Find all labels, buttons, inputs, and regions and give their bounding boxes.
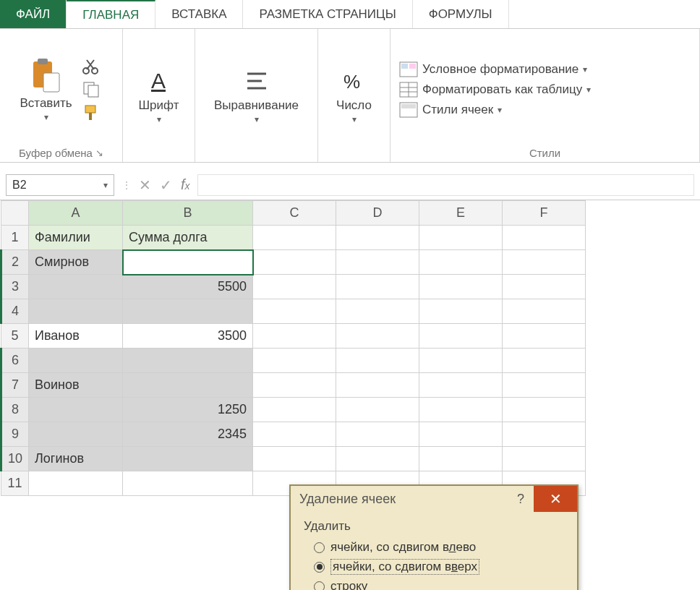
cell-B6[interactable] bbox=[123, 349, 253, 373]
cell-C4[interactable] bbox=[253, 299, 336, 324]
cell-E1[interactable] bbox=[419, 226, 503, 250]
cell-A5[interactable]: Иванов bbox=[29, 324, 123, 349]
number-button[interactable]: % Число ▾ bbox=[336, 67, 372, 124]
cell-C7[interactable] bbox=[253, 373, 336, 398]
cell-D5[interactable] bbox=[336, 324, 419, 349]
cell-D1[interactable] bbox=[336, 226, 419, 250]
cell-E8[interactable] bbox=[419, 398, 503, 422]
cell-B8[interactable]: 1250 bbox=[123, 398, 253, 422]
radio-shift-up[interactable]: ячейки, со сдвигом вверх bbox=[304, 557, 564, 577]
fx-icon[interactable]: fx bbox=[181, 176, 190, 193]
cell-F4[interactable] bbox=[503, 299, 586, 324]
cell-A10[interactable]: Логинов bbox=[29, 447, 123, 471]
cell-C6[interactable] bbox=[253, 349, 336, 373]
cell-E2[interactable] bbox=[419, 250, 503, 275]
cell-D9[interactable] bbox=[336, 422, 419, 447]
cell-B7[interactable] bbox=[123, 373, 253, 398]
cell-styles-button[interactable]: Стили ячеек▾ bbox=[399, 102, 502, 118]
cell-C10[interactable] bbox=[253, 447, 336, 471]
cell-D7[interactable] bbox=[336, 373, 419, 398]
row-header-11[interactable]: 11 bbox=[1, 471, 29, 496]
col-header-E[interactable]: E bbox=[419, 201, 503, 226]
row-header-3[interactable]: 3 bbox=[1, 275, 29, 299]
row-header-9[interactable]: 9 bbox=[1, 422, 29, 447]
chevron-down-icon[interactable]: ▾ bbox=[103, 180, 108, 190]
conditional-formatting-button[interactable]: Условное форматирование▾ bbox=[399, 61, 587, 77]
col-header-A[interactable]: A bbox=[29, 201, 123, 226]
col-header-B[interactable]: B bbox=[123, 201, 253, 226]
cell-A8[interactable] bbox=[29, 398, 123, 422]
cell-C2[interactable] bbox=[253, 250, 336, 275]
accept-formula-icon[interactable]: ✓ bbox=[160, 176, 172, 194]
cell-D2[interactable] bbox=[336, 250, 419, 275]
cell-F7[interactable] bbox=[503, 373, 586, 398]
cell-A2[interactable]: Смирнов bbox=[29, 250, 123, 275]
cell-E6[interactable] bbox=[419, 349, 503, 373]
cancel-formula-icon[interactable]: ✕ bbox=[139, 176, 151, 194]
tab-formulas[interactable]: ФОРМУЛЫ bbox=[413, 0, 509, 28]
cell-F2[interactable] bbox=[503, 250, 586, 275]
dialog-launcher-icon[interactable]: ↘ bbox=[95, 148, 103, 158]
row-header-8[interactable]: 8 bbox=[1, 398, 29, 422]
font-button[interactable]: A Шрифт ▾ bbox=[139, 67, 179, 124]
cell-A6[interactable] bbox=[29, 349, 123, 373]
format-painter-icon[interactable] bbox=[82, 104, 103, 121]
radio-shift-left[interactable]: ячейки, со сдвигом влево bbox=[304, 538, 564, 557]
row-header-10[interactable]: 10 bbox=[1, 447, 29, 471]
cell-E3[interactable] bbox=[419, 275, 503, 299]
cell-A11[interactable] bbox=[29, 471, 123, 496]
cell-D10[interactable] bbox=[336, 447, 419, 471]
cell-D6[interactable] bbox=[336, 349, 419, 373]
row-header-1[interactable]: 1 bbox=[1, 226, 29, 250]
cell-F10[interactable] bbox=[503, 447, 586, 471]
cell-A1[interactable]: Фамилии bbox=[29, 226, 123, 250]
cell-F5[interactable] bbox=[503, 324, 586, 349]
tab-insert[interactable]: ВСТАВКА bbox=[155, 0, 243, 28]
cell-F3[interactable] bbox=[503, 275, 586, 299]
radio-entire-row[interactable]: строку bbox=[304, 577, 564, 590]
cell-B4[interactable] bbox=[123, 299, 253, 324]
tab-file[interactable]: ФАЙЛ bbox=[0, 0, 67, 28]
cell-B1[interactable]: Сумма долга bbox=[123, 226, 253, 250]
copy-icon[interactable] bbox=[82, 81, 103, 98]
row-header-2[interactable]: 2 bbox=[1, 250, 29, 275]
paste-button[interactable]: Вставить ▾ bbox=[20, 57, 72, 122]
cell-C9[interactable] bbox=[253, 422, 336, 447]
cell-F1[interactable] bbox=[503, 226, 586, 250]
row-header-4[interactable]: 4 bbox=[1, 299, 29, 324]
row-header-6[interactable]: 6 bbox=[1, 349, 29, 373]
cell-B2[interactable] bbox=[123, 250, 253, 275]
cell-B9[interactable]: 2345 bbox=[123, 422, 253, 447]
name-box[interactable]: B2 ▾ bbox=[6, 174, 114, 196]
alignment-button[interactable]: Выравнивание ▾ bbox=[214, 67, 299, 124]
cell-D8[interactable] bbox=[336, 398, 419, 422]
cell-A3[interactable] bbox=[29, 275, 123, 299]
select-all[interactable] bbox=[1, 201, 29, 226]
cell-D4[interactable] bbox=[336, 299, 419, 324]
cell-B11[interactable] bbox=[123, 471, 253, 496]
formula-input[interactable] bbox=[197, 174, 694, 196]
cell-E10[interactable] bbox=[419, 447, 503, 471]
cell-A4[interactable] bbox=[29, 299, 123, 324]
cell-D3[interactable] bbox=[336, 275, 419, 299]
cell-C8[interactable] bbox=[253, 398, 336, 422]
col-header-F[interactable]: F bbox=[503, 201, 586, 226]
cell-F8[interactable] bbox=[503, 398, 586, 422]
tab-page-layout[interactable]: РАЗМЕТКА СТРАНИЦЫ bbox=[243, 0, 412, 28]
cell-C5[interactable] bbox=[253, 324, 336, 349]
cell-E9[interactable] bbox=[419, 422, 503, 447]
dialog-help-button[interactable]: ? bbox=[508, 486, 534, 512]
format-as-table-button[interactable]: Форматировать как таблицу▾ bbox=[399, 82, 591, 98]
row-header-5[interactable]: 5 bbox=[1, 324, 29, 349]
row-header-7[interactable]: 7 bbox=[1, 373, 29, 398]
cut-icon[interactable] bbox=[82, 58, 103, 75]
cell-E7[interactable] bbox=[419, 373, 503, 398]
cell-A7[interactable]: Воинов bbox=[29, 373, 123, 398]
col-header-C[interactable]: C bbox=[253, 201, 336, 226]
cell-E5[interactable] bbox=[419, 324, 503, 349]
cell-F9[interactable] bbox=[503, 422, 586, 447]
cell-B3[interactable]: 5500 bbox=[123, 275, 253, 299]
tab-home[interactable]: ГЛАВНАЯ bbox=[67, 0, 155, 28]
cell-F6[interactable] bbox=[503, 349, 586, 373]
col-header-D[interactable]: D bbox=[336, 201, 419, 226]
